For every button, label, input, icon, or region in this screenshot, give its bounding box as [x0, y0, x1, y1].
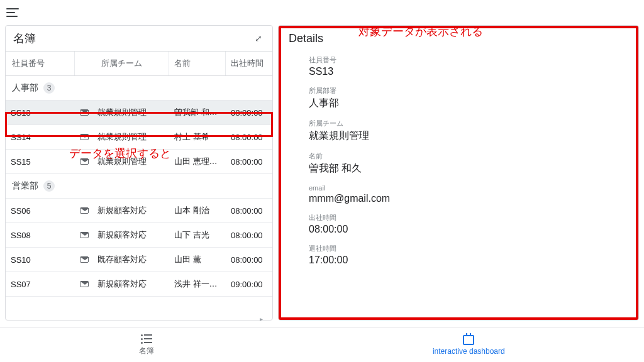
- table-row[interactable]: SS14就業規則管理村上 基希08:00:00: [6, 125, 272, 150]
- cell-name: 曽我部 和…: [169, 101, 226, 124]
- menu-icon[interactable]: [6, 8, 19, 17]
- details-title: Details: [289, 32, 628, 45]
- list-icon: [140, 333, 153, 344]
- cell-time: 08:00:00: [226, 126, 272, 148]
- cell-time: 08:00:00: [226, 200, 272, 222]
- field-label: email: [309, 184, 628, 192]
- group-count-badge: 5: [43, 180, 55, 192]
- table-row[interactable]: SS10既存顧客対応山田 薫08:00:00: [6, 248, 272, 272]
- cell-id: SS15: [6, 151, 75, 173]
- mail-icon: [80, 134, 89, 140]
- detail-field: 退社時間17:00:00: [309, 244, 628, 266]
- cell-time: 08:00:00: [226, 102, 272, 124]
- group-row[interactable]: 営業部5: [6, 174, 272, 199]
- cell-name: 山田 恵理…: [169, 150, 226, 173]
- detail-field: emailmmm@gmail.com: [309, 184, 628, 204]
- detail-field: 出社時間08:00:00: [309, 213, 628, 235]
- cell-id: SS10: [6, 249, 75, 271]
- field-label: 退社時間: [309, 244, 628, 253]
- mail-icon: [80, 158, 89, 165]
- col-id[interactable]: 社員番号: [6, 52, 75, 75]
- roster-panel-header: 名簿 ⤢: [6, 26, 272, 52]
- field-value: 08:00:00: [309, 224, 628, 235]
- cell-name: 山下 吉光: [169, 223, 226, 247]
- cell-name: 村上 基希: [169, 125, 226, 149]
- cell-id: SS13: [6, 102, 75, 124]
- cell-name: 山田 薫: [169, 248, 226, 272]
- mail-icon: [80, 281, 89, 287]
- field-label: 名前: [309, 151, 628, 161]
- details-panel: Details 社員番号SS13所属部署人事部所属チーム就業規則管理名前曽我部 …: [278, 25, 639, 321]
- field-value: 曽我部 和久: [309, 162, 628, 175]
- top-bar: [0, 0, 644, 25]
- detail-field: 社員番号SS13: [309, 55, 628, 77]
- column-headers: 社員番号 所属チーム 名前 出社時間: [6, 52, 272, 76]
- cell-time: 08:00:00: [226, 224, 272, 246]
- group-row[interactable]: 人事部3: [6, 76, 272, 101]
- calendar-icon: [462, 334, 475, 346]
- roster-panel: 名簿 ⤢ 社員番号 所属チーム 名前 出社時間 人事部3SS13就業規則管理曽我…: [5, 25, 273, 321]
- field-value: 17:00:00: [309, 255, 628, 266]
- group-count-badge: 3: [43, 82, 55, 94]
- bottom-nav: 名簿 interactive dashboard: [0, 327, 644, 362]
- nav-roster-label: 名簿: [139, 346, 154, 356]
- field-label: 所属チーム: [309, 119, 628, 128]
- cell-team: 新規顧客対応: [75, 223, 169, 247]
- table-row[interactable]: SS07新規顧客対応浅井 祥一…09:00:00: [6, 272, 272, 297]
- cell-team: 就業規則管理: [75, 150, 169, 173]
- cell-id: SS07: [6, 273, 75, 295]
- cell-id: SS06: [6, 200, 75, 222]
- mail-icon: [80, 109, 89, 116]
- nav-dashboard-label: interactive dashboard: [433, 347, 505, 356]
- field-value: SS13: [309, 66, 628, 77]
- nav-dashboard[interactable]: interactive dashboard: [433, 334, 505, 356]
- table-row[interactable]: SS06新規顧客対応山本 剛治08:00:00: [6, 199, 272, 223]
- table-row[interactable]: SS08新規顧客対応山下 吉光08:00:00: [6, 223, 272, 248]
- field-label: 社員番号: [309, 55, 628, 65]
- field-value: 人事部: [309, 97, 628, 110]
- cell-team: 既存顧客対応: [75, 248, 169, 272]
- scroll-hint-icon: [260, 312, 269, 319]
- mail-icon: [80, 256, 89, 263]
- cell-name: 浅井 祥一…: [169, 272, 226, 296]
- details-fields: 社員番号SS13所属部署人事部所属チーム就業規則管理名前曽我部 和久emailm…: [289, 55, 628, 266]
- mail-icon: [80, 207, 89, 214]
- table-row[interactable]: SS15就業規則管理山田 恵理…08:00:00: [6, 150, 272, 174]
- cell-team: 就業規則管理: [75, 101, 169, 124]
- cell-team: 新規顧客対応: [75, 272, 169, 296]
- rows-container[interactable]: 人事部3SS13就業規則管理曽我部 和…08:00:00SS14就業規則管理村上…: [6, 76, 272, 320]
- detail-field: 所属チーム就業規則管理: [309, 119, 628, 143]
- col-team[interactable]: 所属チーム: [75, 52, 169, 75]
- detail-field: 所属部署人事部: [309, 86, 628, 110]
- field-label: 出社時間: [309, 213, 628, 222]
- cell-team: 就業規則管理: [75, 125, 169, 149]
- field-value: mmm@gmail.com: [309, 193, 628, 204]
- cell-team: 新規顧客対応: [75, 199, 169, 222]
- cell-id: SS14: [6, 126, 75, 148]
- detail-field: 名前曽我部 和久: [309, 151, 628, 175]
- group-label: 営業部: [12, 180, 38, 192]
- mail-icon: [80, 232, 89, 238]
- nav-roster[interactable]: 名簿: [139, 333, 154, 356]
- group-label: 人事部: [12, 82, 38, 94]
- cell-time: 09:00:00: [226, 273, 272, 295]
- expand-icon[interactable]: ⤢: [252, 32, 265, 45]
- field-value: 就業規則管理: [309, 129, 628, 143]
- roster-title: 名簿: [13, 31, 36, 46]
- cell-time: 08:00:00: [226, 151, 272, 173]
- table-row[interactable]: SS13就業規則管理曽我部 和…08:00:00: [6, 101, 272, 125]
- field-label: 所属部署: [309, 86, 628, 96]
- col-time[interactable]: 出社時間: [226, 52, 272, 75]
- col-name[interactable]: 名前: [169, 52, 226, 75]
- cell-name: 山本 剛治: [169, 199, 226, 222]
- cell-id: SS08: [6, 224, 75, 246]
- content-area: 名簿 ⤢ 社員番号 所属チーム 名前 出社時間 人事部3SS13就業規則管理曽我…: [0, 25, 644, 321]
- cell-time: 08:00:00: [226, 249, 272, 271]
